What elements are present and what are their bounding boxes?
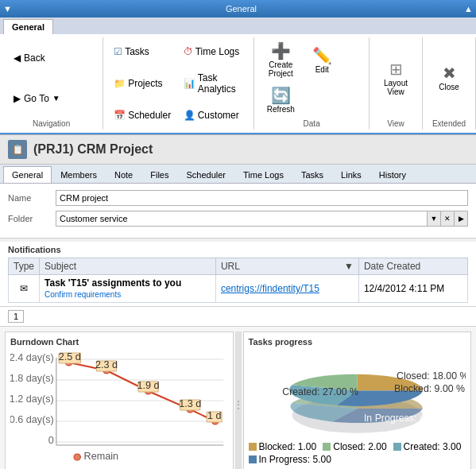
tab-tasks[interactable]: Tasks xyxy=(292,166,332,183)
pie-area: Closed: 18.00 % Blocked: 9.00 % In Progr… xyxy=(249,350,466,465)
tab-note[interactable]: Note xyxy=(106,166,141,183)
notifications-table: Type Subject URL ▼ Date Created ✉ Task '… xyxy=(8,258,468,303)
layout-button[interactable]: ⊞ Layout View xyxy=(376,57,416,100)
svg-text:2.3 d: 2.3 d xyxy=(95,359,118,370)
col-date: Date Created xyxy=(358,258,467,275)
ribbon-group-nav-items: ☑ Tasks ⏱ Time Logs 📁 Projects 📊 Task An… xyxy=(103,37,254,130)
back-label: Back xyxy=(24,52,45,64)
notif-url-cell: centrigs://findentity/T15 xyxy=(215,275,358,303)
ribbon-tab-row: General xyxy=(0,17,476,34)
projects-icon: 📁 xyxy=(114,78,126,89)
svg-text:0: 0 xyxy=(48,435,54,446)
notif-date-cell: 12/4/2012 4:11 PM xyxy=(358,275,467,303)
extended-group-label: Extended xyxy=(432,118,466,128)
close-label: Close xyxy=(439,83,459,91)
view-buttons: ⊞ Layout View xyxy=(376,39,416,118)
blocked-label: Blocked: 1.00 xyxy=(259,441,317,452)
goto-icon: ▶ xyxy=(14,93,21,104)
form-area: Name Folder ▼ ✕ ▶ xyxy=(0,184,476,238)
notif-url[interactable]: centrigs://findentity/T15 xyxy=(221,283,319,294)
notif-subtext[interactable]: Confirm requirements xyxy=(45,290,121,299)
goto-button[interactable]: ▶ Go To ▼ xyxy=(6,89,68,108)
notif-subject-cell: Task 'T15' assignments to you Confirm re… xyxy=(40,275,216,303)
chart-divider[interactable] xyxy=(235,331,242,469)
svg-text:1.2 day(s): 1.2 day(s) xyxy=(10,393,54,405)
refresh-label: Refresh xyxy=(267,105,295,114)
timelogs-nav-btn[interactable]: ⏱ Time Logs xyxy=(180,45,248,59)
scheduler-nav-btn[interactable]: 📅 Scheduler xyxy=(110,108,178,122)
ribbon-title: General xyxy=(18,4,464,14)
svg-text:Blocked: 9.00 %: Blocked: 9.00 % xyxy=(393,383,464,394)
analytics-icon: 📊 xyxy=(184,78,195,89)
tab-links[interactable]: Links xyxy=(332,166,370,183)
closed-label: Closed: 2.00 xyxy=(333,441,386,452)
tab-history[interactable]: History xyxy=(370,166,415,183)
pie-svg: Closed: 18.00 % Blocked: 9.00 % In Progr… xyxy=(249,350,466,440)
ribbon-group-extended: ✖ Close Extended xyxy=(423,37,476,130)
tasks-nav-btn[interactable]: ☑ Tasks xyxy=(110,45,178,59)
svg-text:Remain: Remain xyxy=(84,451,119,462)
edit-button[interactable]: ✏️ Edit xyxy=(302,44,342,78)
closed-dot xyxy=(323,443,331,451)
back-button[interactable]: ◀ Back xyxy=(6,48,52,68)
tab-members[interactable]: Members xyxy=(52,166,106,183)
folder-input-group: ▼ ✕ ▶ xyxy=(56,211,468,227)
created-label: Created: 3.00 xyxy=(404,441,462,452)
folder-input[interactable] xyxy=(56,211,428,227)
pie-legend: Blocked: 1.00 Closed: 2.00 Created: 3.00… xyxy=(249,440,466,465)
col-subject: Subject xyxy=(40,258,216,275)
name-input[interactable] xyxy=(56,190,468,206)
customer-label: Customer xyxy=(198,110,239,121)
ribbon-collapse-icon[interactable]: ▲ xyxy=(464,4,473,14)
close-button[interactable]: ✖ Close xyxy=(429,61,469,95)
projects-nav-btn[interactable]: 📁 Projects xyxy=(110,76,178,91)
tab-scheduler[interactable]: Scheduler xyxy=(177,166,234,183)
created-dot xyxy=(393,443,401,451)
burndown-chart-container: Burndown Chart 2.4 day(s) 1.8 day(s) 1.2… xyxy=(5,331,234,469)
folder-dropdown-btn[interactable]: ▼ xyxy=(427,211,441,227)
scheduler-label: Scheduler xyxy=(128,110,171,121)
tab-timelogs[interactable]: Time Logs xyxy=(234,166,292,183)
tab-general[interactable]: General xyxy=(3,166,52,183)
page-title: (PRJ1) CRM Project xyxy=(33,142,153,157)
goto-arrow: ▼ xyxy=(52,94,60,103)
burndown-svg: 2.4 day(s) 1.8 day(s) 1.2 day(s) 0.6 day… xyxy=(10,350,228,465)
folder-label: Folder xyxy=(8,214,56,223)
legend-inprogress: In Progress: 5.00 xyxy=(249,454,331,465)
legend-created: Created: 3.00 xyxy=(393,441,462,452)
url-sort-icon[interactable]: ▼ xyxy=(344,261,354,272)
refresh-icon: 🔄 xyxy=(271,87,291,103)
folder-browse-btn[interactable]: ▶ xyxy=(454,211,468,227)
create-project-button[interactable]: ➕ Create Project xyxy=(261,39,300,82)
legend-blocked: Blocked: 1.00 xyxy=(249,441,317,452)
svg-text:In Progress: 45.00 %: In Progress: 45.00 % xyxy=(363,413,455,424)
projects-label: Projects xyxy=(128,78,162,89)
goto-label: Go To xyxy=(24,93,49,104)
ribbon-title-bar: ▼ General ▲ xyxy=(0,0,476,17)
burndown-title: Burndown Chart xyxy=(10,337,228,347)
svg-text:2.5 d: 2.5 d xyxy=(59,351,81,362)
ribbon-tab-general[interactable]: General xyxy=(3,19,53,34)
svg-text:1.8 day(s): 1.8 day(s) xyxy=(10,373,54,384)
analytics-nav-btn[interactable]: 📊 Task Analytics xyxy=(180,71,248,96)
page-number[interactable]: 1 xyxy=(8,310,24,323)
tasks-progress-title: Tasks progress xyxy=(249,337,466,347)
name-row: Name xyxy=(8,190,468,206)
customer-nav-btn[interactable]: 👤 Customer xyxy=(180,108,248,122)
svg-text:0.6 day(s): 0.6 day(s) xyxy=(10,414,54,425)
page-nav: 1 xyxy=(0,307,476,327)
refresh-button[interactable]: 🔄 Refresh xyxy=(261,83,300,118)
folder-clear-btn[interactable]: ✕ xyxy=(440,211,455,227)
tab-bar: General Members Note Files Scheduler Tim… xyxy=(0,165,476,184)
app-menu-icon[interactable]: ▼ xyxy=(3,4,12,14)
col-url: URL ▼ xyxy=(215,258,358,275)
nav-buttons: ◀ Back ▶ Go To ▼ xyxy=(6,39,96,118)
inprogress-dot xyxy=(249,455,257,463)
create-project-label: Create Project xyxy=(269,60,293,78)
col-type: Type xyxy=(9,258,40,275)
edit-label: Edit xyxy=(315,65,329,74)
svg-text:Closed: 18.00 %: Closed: 18.00 % xyxy=(397,370,466,382)
tab-files[interactable]: Files xyxy=(141,166,177,183)
view-group-label: View xyxy=(387,118,404,128)
svg-text:1.3 d: 1.3 d xyxy=(179,398,201,409)
